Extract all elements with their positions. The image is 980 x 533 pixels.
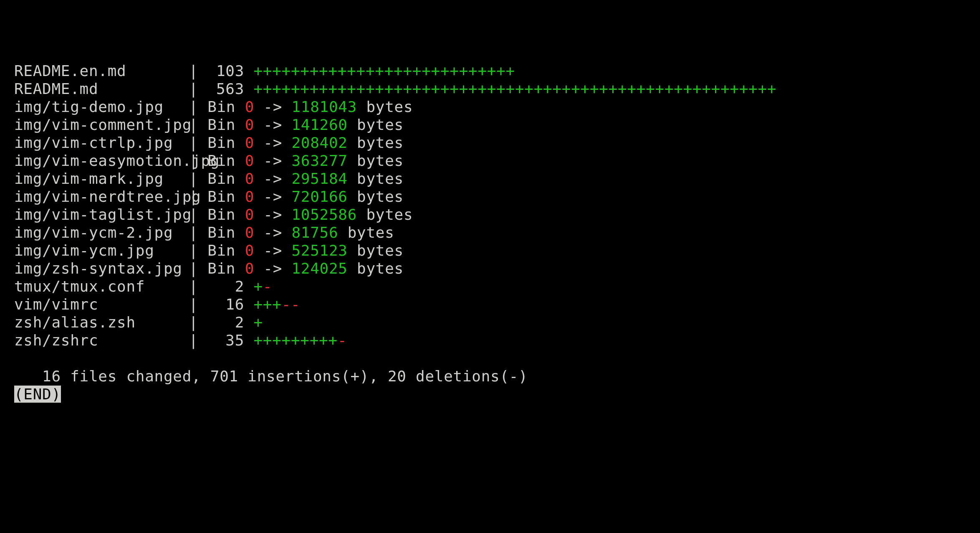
- binary-from-size: 0: [245, 134, 254, 151]
- separator-pipe: |: [189, 260, 198, 277]
- insertions-bar: +++: [254, 296, 282, 313]
- filename: vim/vimrc: [14, 295, 179, 313]
- arrow: ->: [254, 242, 292, 259]
- change-count: 2: [207, 277, 244, 295]
- filename: img/tig-demo.jpg: [14, 98, 179, 116]
- separator-pipe: |: [189, 188, 198, 205]
- diffstat-row: img/zsh-syntax.jpg | Bin 0 -> 124025 byt…: [14, 259, 980, 277]
- filename: img/vim-taglist.jpg: [14, 206, 179, 223]
- binary-to-size: 1052586: [292, 206, 357, 223]
- diffstat-row: img/vim-ctrlp.jpg | Bin 0 -> 208402 byte…: [14, 134, 980, 152]
- binary-to-size: 208402: [292, 134, 348, 151]
- binary-to-size: 295184: [292, 170, 348, 187]
- filename: img/vim-ycm-2.jpg: [14, 223, 179, 241]
- deletions-bar: -: [338, 332, 347, 349]
- separator-pipe: |: [189, 116, 198, 133]
- arrow: ->: [254, 98, 292, 115]
- separator-pipe: |: [189, 332, 198, 349]
- binary-to-size: 141260: [292, 116, 348, 133]
- bytes-word: bytes: [338, 224, 394, 241]
- separator-pipe: |: [189, 152, 198, 169]
- binary-label: Bin: [207, 224, 245, 241]
- bytes-word: bytes: [357, 206, 413, 223]
- separator-pipe: |: [189, 206, 198, 223]
- diffstat-row: img/vim-ycm-2.jpg | Bin 0 -> 81756 bytes: [14, 223, 980, 241]
- terminal-output: README.en.md | 103 +++++++++++++++++++++…: [0, 0, 980, 403]
- summary-line: 16 files changed, 701 insertions(+), 20 …: [33, 368, 528, 385]
- binary-to-size: 124025: [292, 260, 348, 277]
- diffstat-row: tmux/tmux.conf | 2 +-: [14, 277, 980, 295]
- separator-pipe: |: [189, 296, 198, 313]
- bytes-word: bytes: [348, 260, 404, 277]
- binary-label: Bin: [207, 188, 245, 205]
- binary-label: Bin: [207, 152, 245, 169]
- bytes-word: bytes: [348, 188, 404, 205]
- binary-to-size: 525123: [292, 242, 348, 259]
- binary-to-size: 363277: [292, 152, 348, 169]
- deletions-bar: --: [282, 296, 301, 313]
- insertions-bar: +++++++++: [254, 332, 338, 349]
- arrow: ->: [254, 224, 292, 241]
- diffstat-row: img/vim-nerdtree.jpg | Bin 0 -> 720166 b…: [14, 188, 980, 206]
- diffstat-row: img/vim-easymotion.jpg | Bin 0 -> 363277…: [14, 152, 980, 170]
- change-count: 563: [207, 80, 244, 98]
- diffstat-row: README.md | 563 ++++++++++++++++++++++++…: [14, 80, 980, 98]
- binary-to-size: 1181043: [292, 98, 357, 115]
- binary-from-size: 0: [245, 206, 254, 223]
- filename: img/vim-nerdtree.jpg: [14, 188, 179, 206]
- arrow: ->: [254, 116, 292, 133]
- change-count: 103: [207, 62, 244, 80]
- filename: img/vim-ycm.jpg: [14, 241, 179, 259]
- diffstat-row: zsh/zshrc | 35 +++++++++-: [14, 331, 980, 349]
- binary-to-size: 720166: [292, 188, 348, 205]
- change-count: 16: [207, 295, 244, 313]
- deletions-bar: -: [263, 278, 272, 295]
- filename: img/vim-ctrlp.jpg: [14, 134, 179, 152]
- filename: img/vim-easymotion.jpg: [14, 152, 179, 170]
- binary-from-size: 0: [245, 224, 254, 241]
- binary-label: Bin: [207, 206, 245, 223]
- bytes-word: bytes: [348, 170, 404, 187]
- diffstat-row: img/vim-comment.jpg | Bin 0 -> 141260 by…: [14, 116, 980, 134]
- insertions-bar: +: [254, 278, 263, 295]
- separator-pipe: |: [189, 314, 198, 331]
- change-count: 35: [207, 331, 244, 349]
- filename: README.en.md: [14, 62, 179, 80]
- diffstat-row: img/vim-taglist.jpg | Bin 0 -> 1052586 b…: [14, 206, 980, 223]
- bytes-word: bytes: [357, 98, 413, 115]
- filename: zsh/alias.zsh: [14, 313, 179, 331]
- binary-label: Bin: [207, 134, 245, 151]
- separator-pipe: |: [189, 98, 198, 115]
- arrow: ->: [254, 260, 292, 277]
- separator-pipe: |: [189, 278, 198, 295]
- binary-from-size: 0: [245, 260, 254, 277]
- bytes-word: bytes: [348, 134, 404, 151]
- binary-from-size: 0: [245, 188, 254, 205]
- diffstat-row: img/vim-mark.jpg | Bin 0 -> 295184 bytes: [14, 170, 980, 188]
- separator-pipe: |: [189, 170, 198, 187]
- filename: tmux/tmux.conf: [14, 277, 179, 295]
- separator-pipe: |: [189, 62, 198, 79]
- diffstat-row: img/tig-demo.jpg | Bin 0 -> 1181043 byte…: [14, 98, 980, 116]
- binary-from-size: 0: [245, 242, 254, 259]
- diffstat-row: img/vim-ycm.jpg | Bin 0 -> 525123 bytes: [14, 241, 980, 259]
- binary-label: Bin: [207, 170, 245, 187]
- separator-pipe: |: [189, 242, 198, 259]
- pager-end-marker[interactable]: (END): [14, 386, 61, 403]
- binary-from-size: 0: [245, 98, 254, 115]
- binary-from-size: 0: [245, 116, 254, 133]
- binary-from-size: 0: [245, 152, 254, 169]
- binary-label: Bin: [207, 242, 245, 259]
- binary-to-size: 81756: [292, 224, 338, 241]
- bytes-word: bytes: [348, 152, 404, 169]
- diffstat-row: zsh/alias.zsh | 2 +: [14, 313, 980, 331]
- bytes-word: bytes: [348, 116, 404, 133]
- arrow: ->: [254, 152, 292, 169]
- binary-label: Bin: [207, 260, 245, 277]
- arrow: ->: [254, 188, 292, 205]
- separator-pipe: |: [189, 134, 198, 151]
- diffstat-row: README.en.md | 103 +++++++++++++++++++++…: [14, 62, 980, 80]
- filename: img/vim-comment.jpg: [14, 116, 179, 134]
- binary-label: Bin: [207, 98, 245, 115]
- arrow: ->: [254, 206, 292, 223]
